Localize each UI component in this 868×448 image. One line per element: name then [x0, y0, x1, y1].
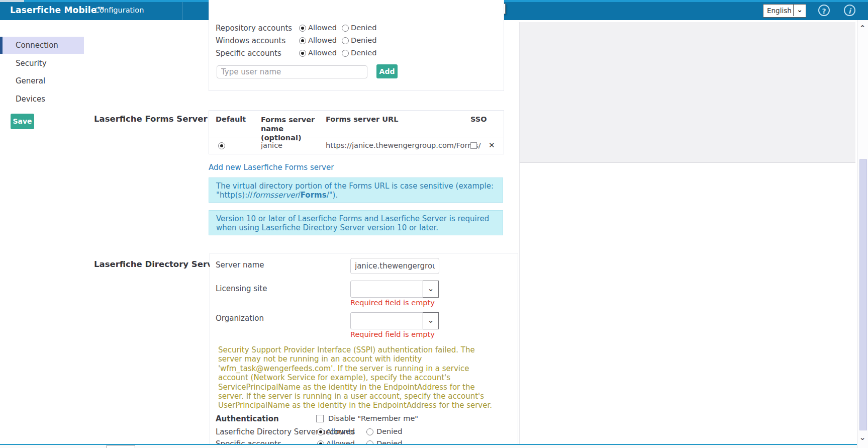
repository-allowed-radio[interactable] — [299, 25, 306, 32]
col-header-url: Forms server URL — [326, 115, 399, 123]
delete-server-x-icon[interactable]: ✕ — [489, 141, 495, 150]
windows-allowed-radio[interactable] — [299, 37, 306, 44]
organization-label: Organization — [216, 314, 264, 323]
default-server-radio[interactable] — [218, 142, 225, 149]
directory-server-panel: Server name Licensing site ⌄ Required fi… — [210, 253, 518, 444]
info-icon[interactable]: i — [844, 5, 855, 16]
col-header-sso: SSO — [470, 115, 487, 123]
content-right-edge — [519, 22, 520, 444]
denied-label: Denied — [376, 427, 402, 435]
repository-accounts-label: Repository accounts — [216, 24, 292, 33]
sidebar-item-general[interactable]: General — [16, 76, 76, 86]
topbar-divider — [182, 2, 182, 20]
scroll-up-icon[interactable]: ⌃ — [857, 23, 868, 33]
forms-url-note: The virtual directory portion of the For… — [209, 177, 503, 203]
licensing-site-select[interactable]: ⌄ — [350, 281, 439, 298]
scroll-down-icon[interactable]: ⌄ — [857, 432, 868, 442]
col-header-name: Forms server name (optional) — [261, 115, 321, 142]
col-header-default: Default — [216, 115, 246, 123]
directory-server-section-title: Laserfiche Directory Server — [94, 259, 222, 269]
licensing-site-error: Required field is empty — [350, 299, 435, 307]
app-logo: Laserfiche Mobile™ — [10, 5, 106, 15]
forms-server-url-cell: https://janice.thewengergroup.com/Forms/ — [326, 141, 481, 149]
windows-accounts-label: Windows accounts — [216, 36, 285, 45]
language-selected-value: English — [767, 7, 792, 15]
denied-label: Denied — [351, 24, 376, 32]
horizontal-scrollbar-thumb[interactable] — [107, 445, 135, 448]
allowed-label: Allowed — [308, 49, 337, 57]
language-select[interactable]: English ⌄ — [763, 4, 806, 18]
browser-edge-artifact — [0, 0, 24, 2]
disable-remember-me-checkbox[interactable] — [316, 415, 324, 422]
allowed-label: Allowed — [308, 24, 337, 32]
lds-allowed-radio[interactable] — [317, 428, 324, 435]
server-name-label: Server name — [216, 260, 264, 270]
specific-denied-radio[interactable] — [342, 50, 349, 57]
specific-accounts-label: Specific accounts — [216, 49, 281, 58]
table-header-separator — [209, 137, 504, 137]
sidebar-item-devices[interactable]: Devices — [16, 95, 76, 105]
denied-label: Denied — [351, 49, 376, 57]
username-input[interactable] — [217, 65, 367, 78]
forms-server-section-title: Laserfiche Forms Server — [94, 114, 208, 124]
disable-remember-me-label: Disable "Remember me" — [328, 414, 418, 422]
chevron-down-icon[interactable]: ⌄ — [793, 5, 806, 16]
chevron-down-icon[interactable]: ⌄ — [423, 312, 439, 329]
server-name-input[interactable] — [350, 258, 439, 274]
licensing-site-label: Licensing site — [216, 284, 267, 293]
sso-checkbox[interactable] — [470, 142, 477, 149]
version-note: Version 10 or later of Laserfiche Forms … — [209, 210, 503, 235]
lds-denied-radio[interactable] — [366, 428, 373, 435]
allowed-label: Allowed — [308, 36, 337, 44]
organization-error: Required field is empty — [350, 330, 435, 338]
sidebar-item-connection[interactable]: Connection — [16, 41, 76, 51]
sidebar-item-security[interactable]: Security — [16, 59, 76, 69]
sspi-error-message: Security Support Provider Interface (SSP… — [218, 345, 496, 410]
allowed-label: Allowed — [326, 427, 355, 435]
sidebar-active-bar — [0, 37, 3, 54]
windows-denied-radio[interactable] — [342, 37, 349, 44]
add-forms-server-link[interactable]: Add new Laserfiche Forms server — [209, 163, 334, 172]
add-user-button[interactable]: Add — [376, 64, 398, 78]
repository-denied-radio[interactable] — [342, 25, 349, 32]
help-icon[interactable]: ? — [818, 5, 830, 16]
forms-server-name-cell: janice — [261, 141, 282, 149]
organization-select[interactable]: ⌄ — [350, 312, 439, 329]
save-button[interactable]: Save — [11, 114, 34, 129]
page-background-block — [519, 22, 855, 163]
accounts-panel: Repository accounts Allowed Denied Windo… — [209, 0, 504, 91]
chevron-down-icon[interactable]: ⌄ — [423, 281, 439, 298]
authentication-label: Authentication — [216, 414, 279, 423]
vertical-scrollbar-thumb[interactable] — [859, 159, 867, 430]
app-window: Laserfiche Mobile™ Configuration Show Ad… — [0, 0, 868, 448]
denied-label: Denied — [351, 36, 376, 44]
specific-allowed-radio[interactable] — [299, 50, 306, 57]
nav-item-configuration[interactable]: Configuration — [94, 6, 144, 14]
forms-server-table: Default Forms server name (optional) For… — [209, 110, 504, 154]
